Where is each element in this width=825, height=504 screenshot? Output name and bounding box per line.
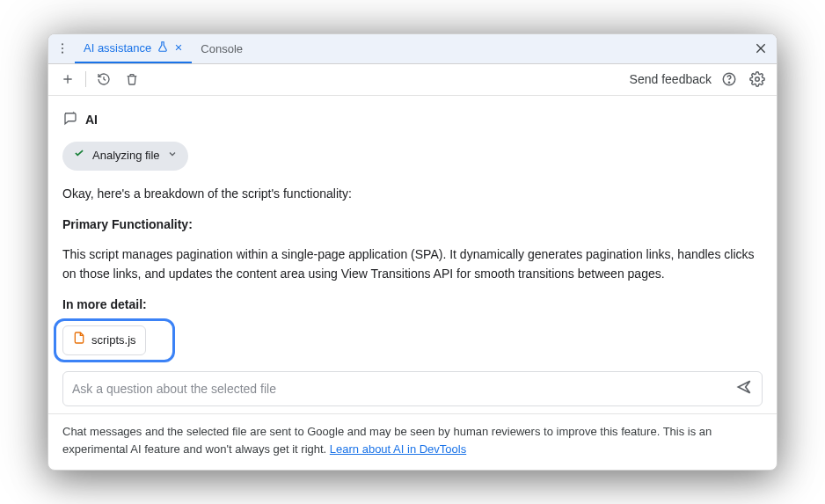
- file-chip[interactable]: scripts.js: [62, 325, 146, 355]
- send-button[interactable]: [735, 378, 753, 399]
- status-text: Analyzing file: [92, 147, 160, 164]
- heading-detail: In more detail:: [62, 296, 763, 315]
- svg-point-5: [756, 77, 760, 82]
- chat-content: AI Analyzing file Okay, here's a breakdo…: [48, 96, 777, 371]
- svg-point-0: [62, 44, 63, 46]
- paragraph-primary: This script manages pagination within a …: [62, 245, 763, 283]
- toolbar: Send feedback: [48, 64, 777, 96]
- history-button[interactable]: [93, 69, 114, 90]
- prompt-input-row: [62, 371, 763, 406]
- status-pill[interactable]: Analyzing file: [62, 142, 188, 170]
- sparkle-chat-icon: [62, 110, 78, 132]
- ai-title: AI: [85, 111, 98, 130]
- intro-text: Okay, here's a breakdown of the script's…: [62, 185, 763, 204]
- close-tab-icon[interactable]: [174, 41, 183, 55]
- help-icon[interactable]: [719, 69, 740, 90]
- check-icon: [73, 147, 85, 164]
- learn-more-link[interactable]: Learn about AI in DevTools: [330, 442, 466, 456]
- new-chat-button[interactable]: [57, 69, 78, 90]
- svg-point-1: [62, 47, 63, 49]
- file-icon: [72, 331, 86, 350]
- divider: [85, 71, 86, 87]
- heading-primary: Primary Functionality:: [62, 215, 763, 235]
- file-chip-container: scripts.js: [62, 325, 763, 355]
- kebab-menu-icon[interactable]: [54, 40, 71, 57]
- flask-icon: [157, 40, 169, 55]
- disclaimer-footer: Chat messages and the selected file are …: [48, 413, 777, 470]
- delete-button[interactable]: [121, 69, 142, 90]
- devtools-panel: AI assistance Console Send feedback: [47, 33, 778, 471]
- prompt-input[interactable]: [72, 382, 735, 396]
- svg-point-4: [728, 82, 729, 83]
- tab-label: Console: [201, 42, 243, 55]
- ai-header: AI: [62, 110, 763, 132]
- svg-point-2: [62, 52, 63, 54]
- tab-bar: AI assistance Console: [48, 34, 777, 64]
- tab-ai-assistance[interactable]: AI assistance: [75, 34, 192, 63]
- tab-label: AI assistance: [84, 41, 151, 55]
- settings-icon[interactable]: [747, 69, 768, 90]
- tab-console[interactable]: Console: [192, 34, 252, 63]
- chevron-down-icon: [167, 147, 178, 164]
- file-name: scripts.js: [91, 332, 136, 349]
- send-feedback-link[interactable]: Send feedback: [630, 72, 712, 86]
- close-panel-icon[interactable]: [750, 38, 771, 59]
